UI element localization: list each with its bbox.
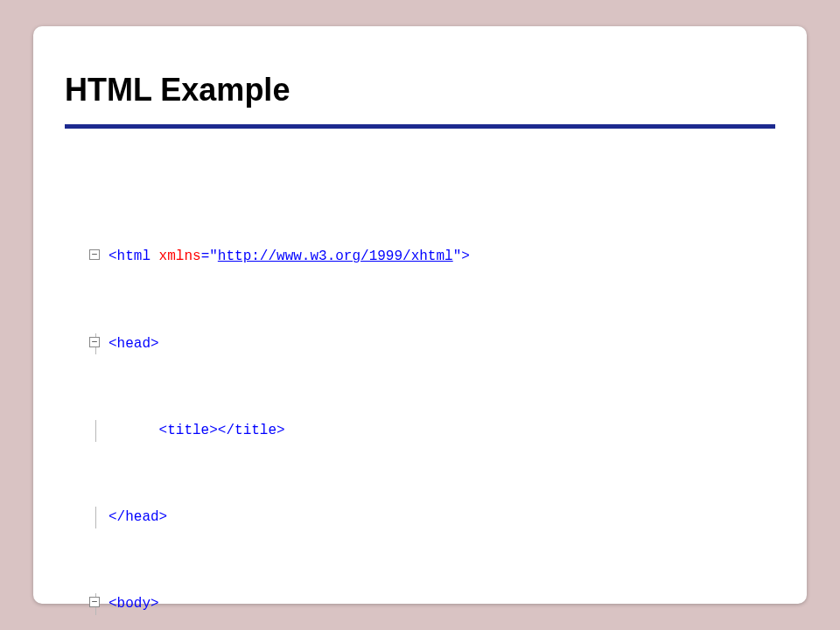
code-line: −<html xmlns="http://www.w3.org/1999/xht… — [89, 246, 775, 268]
tag: </head> — [108, 509, 167, 525]
code-block: −<html xmlns="http://www.w3.org/1999/xht… — [89, 181, 775, 630]
fold-icon[interactable]: − — [89, 337, 100, 347]
tag: "> — [453, 248, 470, 264]
tag: </title> — [218, 423, 285, 438]
tag: <body> — [108, 596, 159, 612]
code-line: −<head> — [89, 333, 775, 355]
tag: <head> — [108, 336, 159, 352]
code-line: <title></title> — [89, 420, 775, 442]
tag: <html — [108, 248, 159, 264]
slide-title: HTML Example — [65, 72, 775, 108]
tag: =" — [201, 248, 218, 264]
url[interactable]: http://www.w3.org/1999/xhtml — [218, 248, 453, 264]
code-line: −<body> — [89, 593, 775, 615]
fold-icon[interactable]: − — [89, 597, 100, 607]
fold-icon[interactable]: − — [89, 249, 100, 260]
tag: <title> — [159, 423, 218, 438]
slide: HTML Example −<html xmlns="http://www.w3… — [33, 26, 807, 604]
attr: xmlns — [159, 248, 201, 264]
code-line: </head> — [89, 507, 775, 528]
title-rule — [65, 124, 775, 129]
